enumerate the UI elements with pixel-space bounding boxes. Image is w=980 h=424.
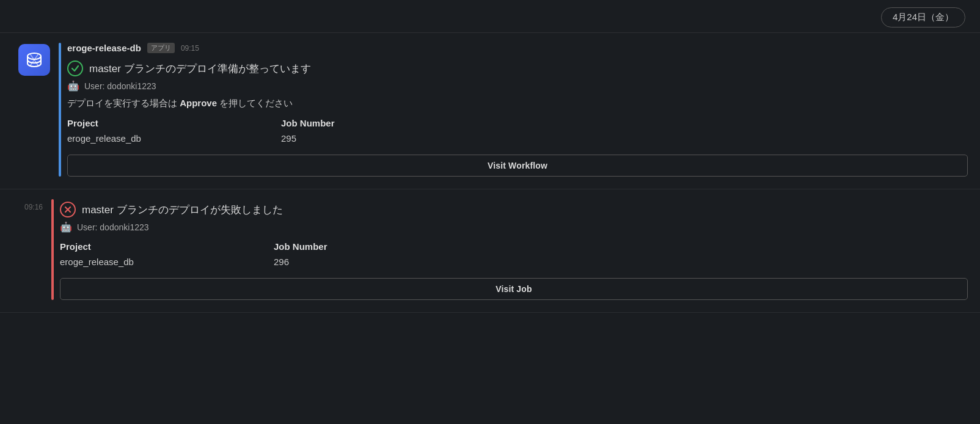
col-value-job-2: 296 [274,257,488,267]
user-line-1: 🤖 User: dodonki1223 [67,80,968,92]
col-value-project-2: eroge_release_db [60,257,274,267]
instruction-text-1: デプロイを実行する場合は Approve を押してください [67,98,968,109]
visit-workflow-button[interactable]: Visit Workflow [67,155,968,177]
left-border-red [51,199,54,300]
col-value-job-1: 295 [281,133,495,144]
instruction-plain-1: デプロイを実行する場合は [67,98,180,108]
app-name-1: eroge-release-db [67,43,141,53]
message-block-1: eroge-release-db アプリ 09:15 master ブランチのデ… [0,33,980,189]
visit-job-button[interactable]: Visit Job [60,278,968,300]
info-table-2: Project Job Number eroge_release_db 296 [60,241,488,267]
top-bar: 4月24日（金） [0,0,980,33]
visit-workflow-label: Visit Workflow [488,161,547,170]
app-badge-1: アプリ [147,43,175,53]
instruction-bold-1: Approve [180,98,217,108]
user-label-2: User: dodonki1223 [77,222,149,232]
success-icon [67,60,83,76]
app-icon [18,44,50,76]
status-text-2: master ブランチのデプロイが失敗しました [82,203,283,217]
message-block-2: 09:16 master ブランチのデプロイが失敗しました 🤖 User: do… [0,189,980,313]
col-header-job-1: Job Number [281,118,495,131]
col-value-project-1: eroge_release_db [67,133,281,144]
left-border-blue [59,43,61,177]
date-text: 4月24日（金） [893,12,954,22]
instruction-suffix-1: を押してください [217,98,293,108]
col-header-job-2: Job Number [274,241,488,254]
visit-job-label: Visit Job [495,284,532,294]
avatar-col [12,43,56,177]
time-col-2: 09:16 [12,199,49,300]
message-list: eroge-release-db アプリ 09:15 master ブランチのデ… [0,33,980,313]
user-icon-1: 🤖 [67,80,79,92]
content-col-2: master ブランチのデプロイが失敗しました 🤖 User: dodonki1… [60,199,968,300]
info-table-1: Project Job Number eroge_release_db 295 [67,118,495,144]
col-header-project-1: Project [67,118,281,131]
status-line-2: master ブランチのデプロイが失敗しました [60,202,968,217]
svg-point-0 [27,53,41,59]
user-line-2: 🤖 User: dodonki1223 [60,221,968,233]
timestamp-1: 09:15 [181,44,199,53]
status-text-1: master ブランチのデプロイ準備が整っています [89,62,311,76]
status-line-1: master ブランチのデプロイ準備が整っています [67,60,968,76]
message-header-1: eroge-release-db アプリ 09:15 [67,43,968,53]
user-icon-2: 🤖 [60,221,72,233]
user-label-1: User: dodonki1223 [84,81,156,91]
date-badge: 4月24日（金） [881,7,965,27]
col-header-project-2: Project [60,241,274,254]
failure-icon [60,202,76,217]
content-col-1: eroge-release-db アプリ 09:15 master ブランチのデ… [67,43,968,177]
